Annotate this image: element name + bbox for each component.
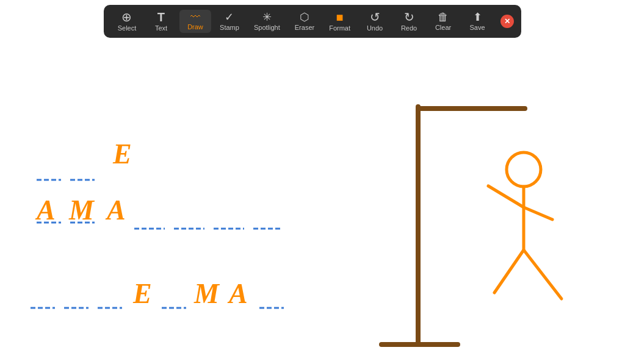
svg-line-26 (524, 207, 552, 219)
redo-label: Redo (401, 24, 417, 32)
svg-text:A: A (227, 278, 248, 309)
svg-line-25 (488, 186, 524, 207)
save-icon: ⬆ (473, 12, 482, 23)
draw-icon: 〰 (190, 12, 200, 22)
drawing-canvas: E A M A E M A (0, 0, 625, 364)
spotlight-label: Spotlight (254, 24, 280, 31)
tool-redo[interactable]: ↻ Redo (393, 9, 425, 34)
svg-text:M: M (68, 194, 95, 226)
stamp-label: Stamp (220, 24, 239, 31)
format-label: Format (329, 24, 350, 32)
canvas-area[interactable]: E A M A E M A (0, 0, 625, 364)
save-label: Save (469, 24, 485, 31)
eraser-icon: ⬡ (300, 12, 309, 23)
redo-icon: ↻ (404, 11, 414, 23)
tool-text[interactable]: T Text (145, 9, 177, 34)
draw-label: Draw (187, 23, 203, 30)
toolbar: ⊕ Select T Text 〰 Draw ✓ Stamp ✳ Spotlig… (104, 5, 521, 38)
svg-line-28 (524, 250, 562, 299)
tool-undo[interactable]: ↺ Undo (359, 9, 391, 34)
tool-spotlight[interactable]: ✳ Spotlight (248, 9, 286, 34)
tool-eraser[interactable]: ⬡ Eraser (289, 9, 320, 34)
eraser-label: Eraser (295, 24, 314, 31)
text-label: Text (155, 24, 167, 32)
tool-format[interactable]: ■ Format (323, 9, 356, 34)
tool-select[interactable]: ⊕ Select (111, 9, 143, 34)
undo-icon: ↺ (370, 11, 380, 23)
svg-text:A: A (35, 194, 56, 226)
clear-label: Clear (435, 24, 451, 31)
svg-line-27 (494, 250, 524, 293)
svg-text:E: E (132, 278, 152, 309)
svg-text:A: A (105, 194, 126, 226)
svg-text:M: M (193, 278, 220, 309)
spotlight-icon: ✳ (262, 12, 272, 23)
text-icon: T (157, 11, 165, 23)
clear-icon: 🗑 (438, 12, 449, 23)
stamp-icon: ✓ (225, 12, 234, 23)
svg-point-23 (507, 152, 541, 187)
format-icon: ■ (336, 11, 344, 23)
tool-stamp[interactable]: ✓ Stamp (214, 9, 245, 34)
tool-save[interactable]: ⬆ Save (461, 9, 493, 34)
select-icon: ⊕ (121, 11, 132, 23)
tool-clear[interactable]: 🗑 Clear (427, 9, 459, 34)
svg-text:E: E (112, 138, 132, 170)
tool-draw[interactable]: 〰 Draw (179, 10, 211, 33)
select-label: Select (118, 24, 137, 32)
undo-label: Undo (367, 24, 383, 32)
close-button[interactable] (500, 15, 514, 28)
